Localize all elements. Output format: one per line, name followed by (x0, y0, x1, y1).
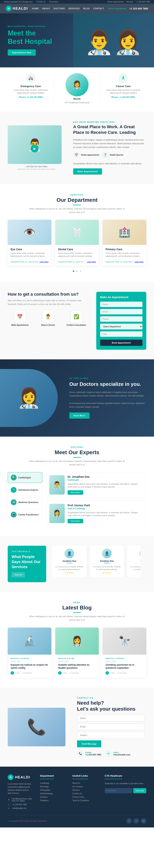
testi-text-2: In a cursus purus convallis. Pulvinar eu… (92, 566, 121, 571)
footer-address: 📍 123 Medical Drive, New York, NY 10001 (8, 798, 32, 802)
prevention-link[interactable]: Prevention (49, 1, 59, 3)
blog-content-3: MEDICAL SCIENCE Aug 22, 2019 Unwilling s… (103, 655, 146, 678)
hero-title: Meet the Best Hospital (8, 29, 52, 45)
top-bar: Always available for Emergencies COVID-1… (0, 0, 154, 4)
nav-blog[interactable]: BLOG (83, 7, 90, 10)
departments-section: SERVICES Our Department When willingness… (0, 184, 154, 282)
experts-header: DOCTORS Meet Our Experts When willingnes… (8, 446, 146, 466)
nav-contact[interactable]: CONTACT (93, 7, 104, 10)
blog-desc: When willingness is ours to do, the rest… (29, 615, 125, 622)
main-nav: HOME ABOUT DOCTORS SERVICES BLOG CONTACT (32, 7, 104, 10)
newsletter-email-input[interactable] (105, 788, 132, 793)
expert-homes: 👩‍⚕️ Prof. Homes Park Head of Cardiology… (46, 501, 146, 526)
feature-emergency-title: Emergency Case (10, 85, 51, 88)
jonathan-role: Cardiologist (68, 479, 143, 481)
testi-read-all-button[interactable]: Read All (11, 572, 25, 578)
jonathan-image: 👨‍⚕️ (49, 475, 65, 495)
form-submit-button[interactable]: Book Appointment (100, 340, 143, 346)
about-cta-button[interactable]: Make Appointment (73, 168, 102, 175)
newsletter-subscribe-button[interactable]: Subscribe (133, 788, 146, 793)
blog-category-3: MEDICAL SCIENCE (106, 657, 144, 659)
contact-email-input[interactable] (77, 723, 144, 730)
doc-promo-cta-button[interactable]: Read More (69, 412, 89, 418)
footer-dept-neurology[interactable]: Neurology (40, 785, 65, 788)
contact-img-box: 📞 (8, 708, 66, 746)
social-twitter[interactable]: t (133, 818, 139, 824)
footer-links-col: Usefull Links About Us Our Doctors Servi… (72, 774, 97, 809)
testi-role-2: Patient (92, 562, 121, 564)
footer-link-services[interactable]: Services (72, 789, 97, 791)
emergency-icon: 🚑 (26, 73, 36, 83)
blog-date-2: July 15, 2019 (58, 660, 96, 662)
logo-text: HEALDI (13, 6, 28, 11)
jonathan-read-more[interactable]: Read More (68, 490, 83, 495)
blog-comments-2: 0 Comments (69, 672, 79, 674)
testi-name-3: Jonotha (130, 560, 141, 562)
footer-dept-pediatrics[interactable]: Pediatrics (40, 800, 65, 802)
contact-phone-info: 📞 PHONE +1 333 000 7982 ✉ EMAIL info@hea… (77, 750, 146, 757)
email-details: EMAIL info@healdi.com (113, 751, 130, 756)
footer-link-about[interactable]: About Us (72, 782, 97, 784)
hero-cta-button[interactable]: Appointment Now (8, 50, 36, 56)
expert-categories: 💊 Cardiologist 🔬 Nutritionist Experts 🧠 … (8, 472, 42, 526)
form-dept-select[interactable]: Select Department (100, 323, 143, 330)
primary-care-image: 🏥 (103, 220, 146, 245)
blog-grid: 🔬 MEDICAL SCIENCE June 9, 2019 Enjoyed m… (8, 628, 146, 678)
doc-promo-tag: AT OUR CLINIC (69, 377, 146, 379)
eye-learn-more[interactable]: Learn More (40, 261, 48, 263)
homes-read-more[interactable]: Read More (68, 519, 83, 523)
primary-dept-head: Department Head: Dr. Donna Bravo (106, 261, 133, 263)
experts-section: DOCTORS Meet Our Experts When willingnes… (0, 437, 154, 536)
category-nutritionist[interactable]: 🔬 Nutritionist Experts (8, 485, 42, 495)
testi-text-1: In a cursus purus convallis. Pulvinar eu… (55, 566, 84, 571)
footer-dept-cardiology[interactable]: Cardiology (40, 782, 65, 784)
contact-subject-input[interactable] (77, 732, 144, 738)
blog-tag: NEWS (8, 601, 146, 603)
social-linkedin[interactable]: in (141, 818, 146, 824)
nav-about[interactable]: ABOUT (42, 7, 50, 10)
hero-content: Best Institution, Good Services Meet the… (8, 25, 52, 56)
nav-home[interactable]: HOME (32, 7, 39, 10)
covid-link[interactable]: COVID-19 (37, 1, 45, 3)
category-family[interactable]: 👨‍👩‍👧 Family Practitioners (8, 509, 42, 520)
dental-learn-more[interactable]: Learn More (87, 261, 96, 263)
nav-services[interactable]: SERVICES (68, 7, 80, 10)
contact-submit-button[interactable]: Send Message (77, 740, 101, 747)
footer-link-doctors[interactable]: Our Doctors (72, 785, 97, 788)
footer-link-terms[interactable]: Terms & Conditions (72, 800, 97, 802)
primary-learn-more[interactable]: Learn More (134, 261, 144, 263)
form-phone-input[interactable] (100, 316, 143, 322)
author-avatar-1: A (10, 671, 14, 675)
primary-care-content: Primary Care Lorem ipsum dolor sit amet,… (103, 245, 146, 266)
footer-dept-orthopedics[interactable]: Orthopedics (40, 789, 65, 791)
footer-dept-ophthalmology[interactable]: Ophthalmology (40, 793, 65, 795)
footer-email-text: info@healdi.com (12, 807, 27, 809)
form-email-input[interactable] (100, 309, 143, 314)
blog-section: NEWS Latest Blog When willingness is our… (0, 592, 154, 687)
dental-care-content: Dental Care Lorem ipsum dolor sit amet, … (55, 245, 99, 266)
step-doctor: 👨‍⚕️ Select a Doctor (36, 311, 61, 326)
category-medicine[interactable]: 🧠 Medicine Questions (8, 497, 42, 508)
dot-2[interactable] (76, 270, 78, 272)
about-content: HAS BEEN WORKING SINCE 2005 A Great Plac… (73, 121, 146, 175)
form-name-input[interactable] (100, 302, 143, 307)
blog-author-3: A Author (106, 671, 115, 675)
footer-link-privacy[interactable]: Privacy Policy (72, 796, 97, 798)
doctors-promo-section: 👩‍⚕️ AT OUR CLINIC Our Doctors specializ… (0, 360, 154, 437)
form-date-input[interactable] (100, 331, 143, 337)
footer-link-contact[interactable]: Contact Us (72, 793, 97, 795)
play-button[interactable]: ▶ (31, 145, 38, 152)
blog-category-1: MEDICAL SCIENCE (10, 657, 48, 659)
footer-dept-dentistry[interactable]: Dentistry (40, 796, 65, 798)
nav-doctors[interactable]: DOCTORS (54, 7, 65, 10)
top-phone: +1 333 000 7982 (136, 1, 150, 3)
contact-title: Need help? Let's ask your questions (77, 700, 146, 712)
dot-3[interactable] (80, 270, 81, 272)
feature-nurse-desc: 24/7 Healthcare Professional (65, 101, 89, 104)
social-facebook[interactable]: f (126, 818, 132, 824)
category-cardiologist[interactable]: 💊 Cardiologist (8, 472, 42, 483)
contact-name-input[interactable] (77, 715, 144, 721)
feature-cancer-phone: Phone: +1 234 567 8901 (103, 96, 144, 98)
dot-1[interactable] (73, 270, 74, 272)
primary-care-name: Primary Care (106, 248, 144, 251)
